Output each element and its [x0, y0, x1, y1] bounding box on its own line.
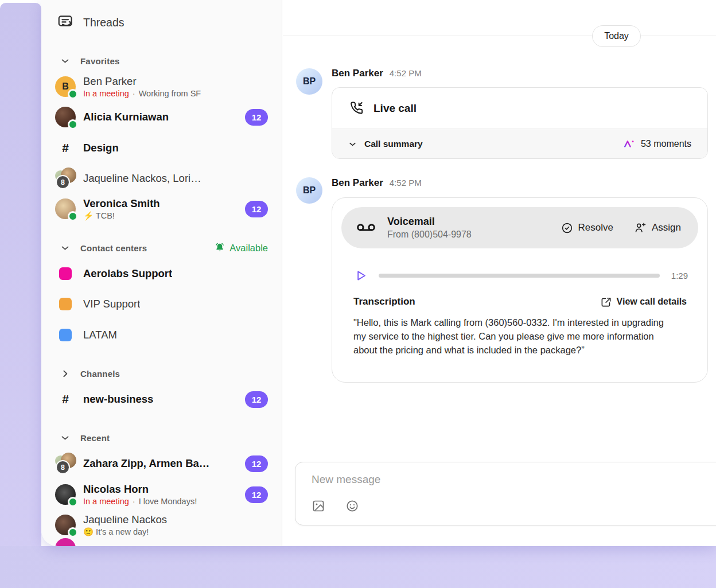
- contact-center-swatch: [59, 329, 72, 341]
- status-separator: ·: [133, 89, 135, 98]
- status-text: 🙂 It's a new day!: [83, 527, 149, 537]
- date-pill[interactable]: Today: [592, 25, 641, 47]
- unread-badge: 12: [245, 391, 268, 408]
- section-header-favorites[interactable]: Favorites: [41, 49, 282, 72]
- unread-badge: 12: [245, 109, 268, 126]
- person-plus-icon: [634, 221, 647, 234]
- sidebar-item-ben-parker[interactable]: B Ben Parker In a meeting · Working from…: [41, 72, 282, 101]
- message-timestamp: 4:52 PM: [390, 178, 422, 188]
- view-call-details-label: View call details: [617, 297, 687, 307]
- resolve-label: Resolve: [578, 222, 613, 233]
- app-window: Threads Favorites B Ben Parker In a meet…: [41, 0, 716, 546]
- sidebar-item-nicolas-horn[interactable]: Nicolas Horn In a meeting · I love Monda…: [41, 480, 282, 509]
- status-text: In a meeting: [83, 89, 129, 98]
- unread-badge: 12: [245, 201, 268, 217]
- section-header-contact-centers[interactable]: Contact centers Available: [41, 236, 282, 259]
- sidebar-item-jaqueline-nackos[interactable]: Jaqueline Nackos 🙂 It's a new day!: [41, 511, 282, 539]
- resolve-button[interactable]: Resolve: [561, 222, 613, 234]
- section-header-channels[interactable]: Channels: [41, 362, 282, 385]
- attach-image-button[interactable]: [312, 499, 325, 513]
- sidebar: Threads Favorites B Ben Parker In a meet…: [41, 0, 282, 546]
- chevron-down-icon: [348, 140, 357, 149]
- section-header-recent[interactable]: Recent: [41, 426, 282, 449]
- assign-button[interactable]: Assign: [634, 221, 681, 234]
- recent-label: Recent: [80, 433, 110, 443]
- sidebar-item-vip-support[interactable]: VIP Support: [41, 291, 282, 317]
- live-call-card: Live call Call summary: [332, 87, 708, 159]
- sidebar-item-latam[interactable]: LATAM: [41, 322, 282, 348]
- message-composer[interactable]: New message: [295, 462, 716, 525]
- avatar: B: [55, 76, 76, 97]
- contact-center-swatch: [59, 267, 72, 280]
- status-separator: ·: [133, 497, 135, 506]
- sidebar-item-design-channel[interactable]: # Design: [41, 135, 282, 161]
- contact-center-swatch: [59, 298, 72, 310]
- contact-name: Nicolas Horn: [83, 483, 245, 496]
- group-member-count: 8: [56, 175, 70, 189]
- play-button[interactable]: [354, 269, 367, 282]
- channels-label: Channels: [80, 369, 120, 379]
- audio-player: 1:29: [354, 268, 688, 283]
- contact-name: Veronica Smith: [83, 197, 245, 210]
- hash-icon: #: [62, 141, 69, 155]
- avatar: BP: [296, 177, 322, 204]
- message-timestamp: 4:52 PM: [390, 68, 422, 78]
- availability-indicator: Available: [214, 242, 268, 254]
- contact-center-name: LATAM: [83, 329, 117, 341]
- sidebar-item-aerolabs-support[interactable]: Aerolabs Support: [41, 261, 282, 286]
- external-link-icon: [601, 297, 612, 307]
- presence-dot: [68, 527, 78, 538]
- sidebar-item-zahara-group[interactable]: 8 Zahara Zipp, Armen Ba… 12: [41, 450, 282, 477]
- moments-indicator: 53 moments: [623, 138, 691, 150]
- sidebar-item-jaqueline-group[interactable]: 8 Jaqueline Nackos, Lori…: [41, 165, 282, 192]
- contact-center-name: VIP Support: [83, 298, 140, 310]
- unread-badge: 12: [245, 455, 268, 472]
- voicemail-icon: [356, 221, 376, 235]
- transcription-label: Transcription: [353, 296, 415, 307]
- voicemail-header: Voicemail From (800)504-9978 Resolve: [341, 207, 698, 248]
- chevron-right-icon: [60, 369, 70, 379]
- presence-dot: [68, 119, 78, 130]
- group-member-count: 8: [56, 460, 70, 474]
- contact-name: Alicia Kurniawan: [83, 111, 169, 123]
- audio-duration: 1:29: [671, 271, 688, 281]
- call-summary-label: Call summary: [364, 139, 423, 149]
- avatar: [55, 107, 76, 127]
- favorites-label: Favorites: [80, 56, 120, 66]
- voicemail-title: Voicemail: [387, 216, 561, 228]
- message-header: Ben Parker 4:52 PM: [332, 68, 422, 79]
- view-call-details-link[interactable]: View call details: [601, 297, 687, 307]
- emoji-button[interactable]: [345, 499, 359, 513]
- call-summary-toggle[interactable]: Call summary 53 moments: [332, 128, 707, 159]
- sidebar-item-threads[interactable]: Threads: [41, 10, 282, 35]
- group-avatar: 8: [55, 168, 78, 189]
- background-bottom-strip: [0, 546, 716, 588]
- live-call-header: Live call: [332, 88, 707, 128]
- sidebar-item-veronica-smith[interactable]: Veronica Smith ⚡ TCB! 12: [41, 194, 282, 223]
- avatar: [55, 515, 76, 535]
- moments-count: 53 moments: [641, 139, 691, 149]
- transcription-text: "Hello, this is Mark calling from (360)5…: [353, 316, 669, 357]
- group-name: Zahara Zipp, Armen Ba…: [83, 457, 209, 470]
- contact-name: Ben Parker: [83, 75, 268, 88]
- chevron-down-icon: [60, 56, 70, 66]
- ai-moments-icon: [623, 138, 636, 150]
- conversation-panel: Today BP Ben Parker 4:52 PM Live call: [283, 0, 716, 546]
- message-author: Ben Parker: [332, 177, 383, 189]
- audio-progress-bar[interactable]: [379, 274, 660, 278]
- chevron-down-icon: [60, 433, 70, 443]
- status-text: ⚡ TCB!: [83, 211, 115, 221]
- hash-icon: #: [62, 392, 69, 406]
- avatar: [55, 198, 76, 219]
- sidebar-item-alicia-kurniawan[interactable]: Alicia Kurniawan 12: [41, 104, 282, 130]
- channel-name: new-business: [83, 393, 153, 406]
- background-left-strip: [0, 3, 41, 588]
- contact-centers-label: Contact centers: [80, 243, 147, 253]
- avatar: BP: [296, 68, 322, 95]
- channel-name: Design: [83, 142, 119, 154]
- chevron-down-icon: [60, 243, 70, 253]
- contact-name: Jaqueline Nackos: [83, 513, 268, 526]
- avatar: [55, 484, 76, 505]
- sidebar-item-new-business[interactable]: # new-business 12: [41, 387, 282, 412]
- presence-dot: [68, 497, 78, 507]
